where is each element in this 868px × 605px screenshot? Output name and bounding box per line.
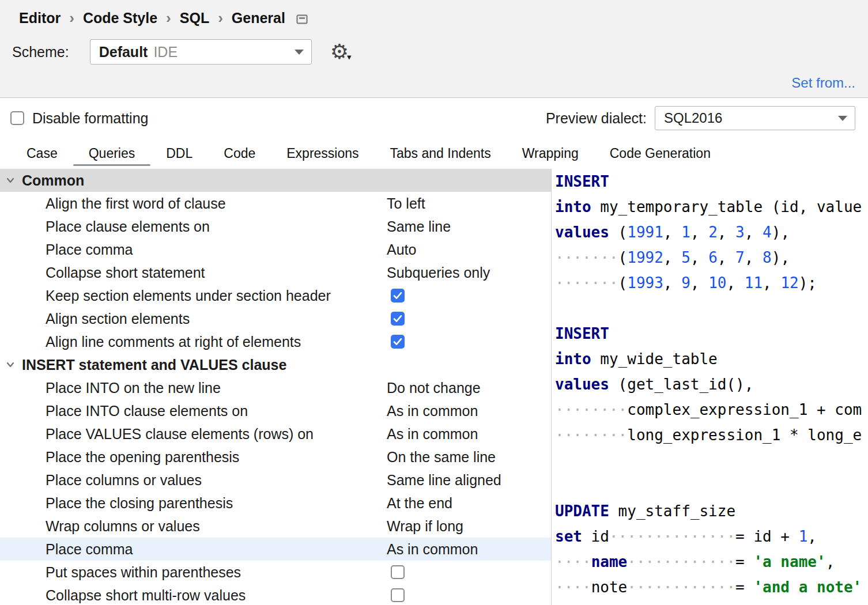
setting-value[interactable]: Same line aligned — [387, 468, 501, 491]
setting-value[interactable]: To left — [387, 192, 425, 215]
tab-wrapping[interactable]: Wrapping — [507, 138, 594, 169]
format-toolbar: Disable formatting Preview dialect: SQL2… — [0, 98, 868, 138]
setting-label: Align line comments at right of elements — [46, 330, 301, 353]
disable-formatting-option[interactable]: Disable formatting — [10, 110, 148, 127]
code-line: ·······(1993, 9, 10, 11, 12); — [555, 270, 868, 296]
setting-row[interactable]: Align the first word of clauseTo left — [0, 192, 551, 215]
breadcrumb-item[interactable]: SQL — [180, 10, 209, 27]
setting-value[interactable]: Do not change — [387, 376, 481, 399]
section-header[interactable]: Common — [0, 169, 551, 192]
code-line: set id··············= id + 1, — [555, 524, 868, 549]
setting-value[interactable]: Subqueries only — [387, 261, 490, 284]
code-preview: INSERTinto my_temporary_table (id, value… — [551, 169, 868, 605]
scheme-dropdown[interactable]: DefaultIDE — [90, 39, 312, 65]
setting-row[interactable]: Wrap columns or valuesWrap if long — [0, 515, 551, 538]
setting-row[interactable]: Place commaAuto — [0, 238, 551, 261]
setting-label: Align section elements — [46, 307, 190, 330]
setting-label: Place columns or values — [46, 468, 202, 491]
setting-value[interactable]: On the same line — [387, 445, 496, 468]
setting-row[interactable]: Place INTO clause elements onAs in commo… — [0, 399, 551, 422]
checkbox-checked-icon[interactable] — [391, 335, 405, 349]
breadcrumb-separator: › — [166, 9, 171, 27]
setting-label: Put spaces within parentheses — [46, 561, 241, 584]
chevron-down-icon — [838, 116, 847, 121]
checkbox-unchecked-icon[interactable] — [391, 565, 405, 579]
setting-value[interactable]: Same line — [387, 215, 451, 238]
setting-label: Place clause elements on — [46, 215, 210, 238]
setting-row[interactable]: Place columns or valuesSame line aligned — [0, 468, 551, 491]
code-line: values (get_last_id(), — [555, 372, 868, 397]
preview-dialect-group: Preview dialect: SQL2016 — [546, 106, 855, 130]
breadcrumb-item[interactable]: Editor — [19, 10, 61, 27]
setting-label: Keep section elements under section head… — [46, 284, 331, 307]
tab-tabs-and-indents[interactable]: Tabs and Indents — [375, 138, 507, 169]
section-header[interactable]: INSERT statement and VALUES clause — [0, 353, 551, 376]
setting-row[interactable]: Place INTO on the new lineDo not change — [0, 376, 551, 399]
code-line: ····name············= 'a name', — [555, 549, 868, 574]
tab-case[interactable]: Case — [11, 138, 73, 169]
tab-expressions[interactable]: Expressions — [271, 138, 374, 169]
chevron-down-icon — [295, 50, 304, 55]
code-line: ········long_expression_1 * long_e — [555, 422, 868, 448]
setting-label: Place the opening parenthesis — [46, 445, 239, 468]
setting-row[interactable]: Place VALUES clause elements (rows) onAs… — [0, 422, 551, 445]
scheme-row: Scheme: DefaultIDE ⚙▾ — [12, 39, 868, 65]
checkbox-unchecked-icon[interactable] — [391, 588, 405, 602]
content-split: CommonAlign the first word of clauseTo l… — [0, 169, 868, 605]
setting-row[interactable]: Place the closing parenthesisAt the end — [0, 491, 551, 515]
scheme-value: DefaultIDE — [99, 44, 178, 60]
tab-code[interactable]: Code — [208, 138, 271, 169]
setting-row[interactable]: Collapse short statementSubqueries only — [0, 261, 551, 284]
setting-row[interactable]: Align line comments at right of elements — [0, 330, 551, 353]
setting-value[interactable]: As in common — [387, 422, 478, 445]
setting-value[interactable]: Auto — [387, 238, 416, 261]
check-icon — [393, 315, 402, 323]
code-line: ····note············= 'and a note' — [555, 574, 868, 600]
checkbox-checked-icon[interactable] — [391, 312, 405, 326]
code-line: INSERT — [555, 321, 868, 346]
setting-label: Place VALUES clause elements (rows) on — [46, 422, 314, 445]
tab-code-generation[interactable]: Code Generation — [594, 138, 726, 169]
setting-label: Collapse short multi-row values — [46, 584, 246, 605]
setting-row[interactable]: Place commaAs in common — [0, 538, 551, 561]
caret-down-icon: ▾ — [347, 52, 352, 62]
check-icon — [393, 338, 402, 346]
setting-value[interactable]: At the end — [387, 491, 452, 515]
set-from-link[interactable]: Set from... — [791, 75, 855, 91]
scheme-actions-button[interactable]: ⚙▾ — [330, 41, 352, 62]
code-style-settings-page: Editor›Code Style›SQL›General Scheme: De… — [0, 0, 868, 605]
settings-list: CommonAlign the first word of clauseTo l… — [0, 169, 551, 605]
setting-value[interactable]: As in common — [387, 399, 478, 422]
chevron-down-icon — [5, 359, 16, 370]
tab-ddl[interactable]: DDL — [150, 138, 208, 169]
setting-row[interactable]: Align section elements — [0, 307, 551, 330]
preview-dialect-dropdown[interactable]: SQL2016 — [655, 106, 855, 130]
check-icon — [393, 292, 402, 300]
setting-row[interactable]: Keep section elements under section head… — [0, 284, 551, 307]
setting-label: Place comma — [46, 538, 133, 561]
tab-bar: CaseQueriesDDLCodeExpressionsTabs and In… — [0, 138, 868, 169]
preview-dialect-label: Preview dialect: — [546, 110, 647, 127]
gear-icon: ⚙ — [330, 41, 349, 62]
tab-queries[interactable]: Queries — [73, 138, 151, 169]
disable-formatting-label: Disable formatting — [32, 110, 148, 127]
code-line: values (1991, 1, 2, 3, 4), — [555, 220, 868, 245]
breadcrumb-item[interactable]: Code Style — [83, 10, 157, 27]
code-line: ·······(1992, 5, 6, 7, 8), — [555, 245, 868, 270]
chevron-down-icon — [5, 175, 16, 186]
settings-header: Editor›Code Style›SQL›General Scheme: De… — [0, 0, 868, 98]
breadcrumb: Editor›Code Style›SQL›General — [0, 0, 868, 27]
setting-row[interactable]: Place clause elements onSame line — [0, 215, 551, 238]
checkbox-unchecked-icon[interactable] — [10, 111, 24, 125]
setting-row[interactable]: Place the opening parenthesisOn the same… — [0, 445, 551, 468]
code-line — [555, 473, 868, 498]
setting-value[interactable]: Wrap if long — [387, 515, 463, 538]
setting-row[interactable]: Put spaces within parentheses — [0, 561, 551, 584]
breadcrumb-item[interactable]: General — [232, 10, 285, 27]
setting-label: Place comma — [46, 238, 133, 261]
checkbox-checked-icon[interactable] — [391, 289, 405, 302]
setting-label: Wrap columns or values — [46, 515, 200, 538]
setting-value[interactable]: As in common — [387, 538, 478, 561]
settings-dialog-icon — [296, 14, 308, 24]
setting-row[interactable]: Collapse short multi-row values — [0, 584, 551, 605]
